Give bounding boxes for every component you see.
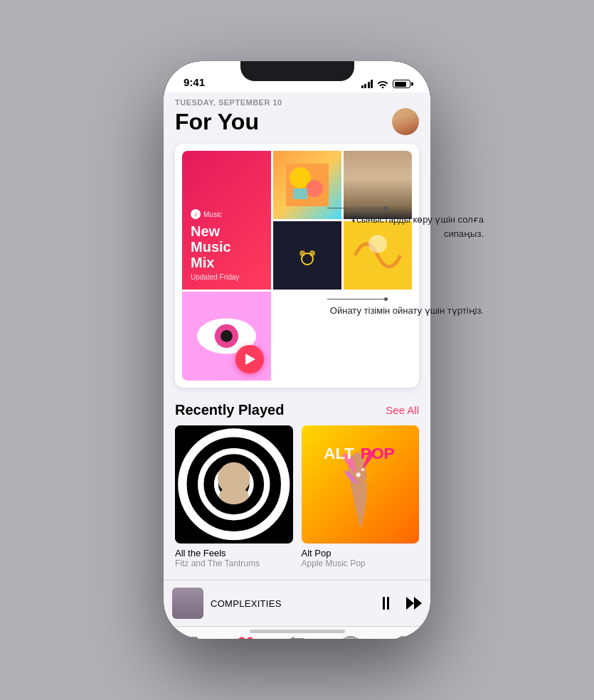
svg-point-7	[309, 250, 315, 256]
see-all-button[interactable]: See All	[386, 404, 419, 416]
album-name-altpop: Alt Pop	[302, 548, 420, 558]
svg-point-22	[219, 487, 248, 504]
browse-icon	[288, 634, 307, 639]
svg-point-2	[306, 180, 323, 197]
apple-music-badge-text: Music	[203, 211, 222, 218]
annotation-text-2: Ойнату тізімін ойнату үшін түртіңіз.	[327, 304, 484, 318]
page-title: For You	[175, 109, 259, 135]
wifi-icon	[377, 80, 388, 88]
tab-search[interactable]: Search	[377, 634, 430, 639]
page-header: TUESDAY, SEPTEMBER 10 For You	[175, 92, 419, 144]
svg-point-24	[356, 472, 360, 477]
library-icon	[181, 634, 200, 639]
tab-library[interactable]: Library	[164, 634, 217, 639]
svg-rect-31	[191, 637, 198, 639]
album-item-altpop[interactable]: ALT POP Alt Pop Apple Music Pop	[302, 425, 420, 568]
svg-point-39	[398, 637, 408, 639]
radio-icon	[341, 634, 360, 639]
album-name-allfeels: All the Feels	[175, 548, 293, 558]
battery-icon	[393, 80, 410, 88]
svg-rect-3	[293, 189, 307, 199]
avatar[interactable]	[392, 108, 419, 135]
svg-rect-30	[184, 637, 189, 639]
albums-row: All the Feels Fitz and The Tantrums	[175, 425, 419, 568]
mini-player[interactable]: COMPLEXITIES	[164, 580, 430, 626]
mix-thumb-5	[182, 292, 271, 381]
pause-button[interactable]	[378, 595, 393, 611]
album-cover-altpop: ALT POP	[302, 425, 420, 543]
annotation-1: Ұсыныстарды көру үшін солға сипаңыз.	[327, 206, 484, 240]
phone-screen: 9:41	[164, 61, 430, 639]
play-button[interactable]	[235, 345, 264, 373]
svg-text:POP: POP	[360, 444, 394, 462]
search-icon	[395, 634, 413, 639]
phone-frame: 9:41	[164, 61, 430, 639]
recently-played-header: Recently Played See All	[175, 402, 419, 418]
skip-button[interactable]	[406, 597, 422, 610]
tab-foryou[interactable]: For You	[217, 634, 270, 639]
notch	[240, 61, 354, 81]
svg-point-34	[291, 637, 295, 640]
svg-point-13	[221, 330, 233, 342]
mini-album-art	[172, 588, 203, 619]
tab-radio[interactable]: Radio	[324, 634, 377, 639]
mix-title: New MusicMix	[191, 223, 262, 270]
annotation-2: Ойнату тізімін ойнату үшін түртіңіз.	[327, 297, 484, 318]
album-artist-altpop: Apple Music Pop	[302, 558, 420, 568]
mini-player-info: COMPLEXITIES	[211, 598, 371, 609]
annotation-area: Ұсыныстарды көру үшін солға сипаңыз. Ойн…	[327, 206, 484, 318]
album-cover-allfeels	[175, 425, 293, 543]
foryou-icon	[235, 634, 253, 639]
svg-rect-4	[290, 238, 325, 273]
recently-played-title: Recently Played	[175, 402, 284, 418]
home-indicator	[250, 630, 345, 633]
album-item-allfeels[interactable]: All the Feels Fitz and The Tantrums	[175, 425, 293, 568]
mix-main-tile: ♪ Music New MusicMix Updated Friday	[182, 151, 271, 290]
tab-browse[interactable]: Browse	[270, 634, 324, 639]
mix-updated: Updated Friday	[191, 273, 262, 281]
apple-music-icon: ♪	[191, 209, 201, 219]
svg-text:ALT: ALT	[324, 444, 354, 462]
mini-player-controls	[378, 595, 422, 611]
date-label: TUESDAY, SEPTEMBER 10	[175, 98, 419, 107]
signal-icon	[361, 80, 373, 88]
svg-point-25	[361, 468, 364, 471]
mini-player-title: COMPLEXITIES	[211, 598, 371, 609]
recently-played-section: Recently Played See All	[175, 402, 419, 568]
annotation-text-1: Ұсыныстарды көру үшін солға сипаңыз.	[327, 213, 484, 240]
status-icons	[361, 80, 411, 88]
main-content: TUESDAY, SEPTEMBER 10 For You	[164, 92, 430, 580]
album-artist-allfeels: Fitz and The Tantrums	[175, 558, 293, 568]
status-time: 9:41	[184, 76, 205, 88]
svg-point-6	[299, 250, 305, 256]
